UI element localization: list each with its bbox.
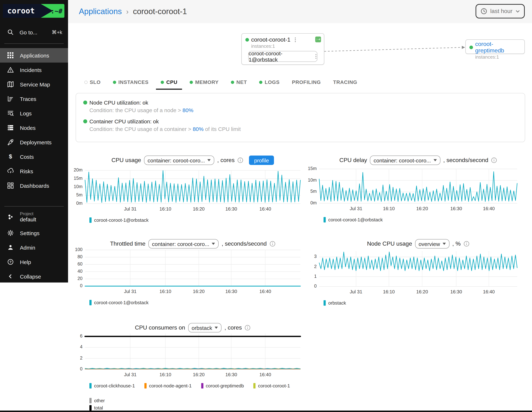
legend-item[interactable]: orbstack: [323, 300, 346, 306]
traces-icon: [7, 95, 14, 102]
info-icon[interactable]: [270, 241, 276, 247]
map-icon: [7, 81, 14, 87]
view-select[interactable]: overview: [415, 239, 449, 249]
project-hexagons-icon: [7, 214, 14, 220]
sidebar-divider: [4, 206, 64, 206]
breadcrumb-current: coroot-coroot-1: [133, 7, 187, 16]
dollar-icon: $: [7, 153, 14, 160]
tab-net[interactable]: NET: [226, 77, 252, 87]
tab-tracing[interactable]: TRACING: [328, 77, 362, 87]
sidebar-item-label: Deployments: [20, 139, 52, 145]
threshold-link[interactable]: 80%: [183, 107, 193, 113]
top-bar: Applications › coroot-coroot-1 last hour: [68, 0, 532, 23]
legend-item[interactable]: coroot-coroot-1: [253, 383, 290, 388]
footer-bar: [0, 411, 532, 412]
chart-title: CPU delay container: coroot-coro... , se…: [319, 156, 517, 165]
tab-profiling[interactable]: PROFILING: [287, 77, 325, 87]
sidebar-item-settings[interactable]: Settings: [0, 226, 68, 240]
sidebar-item-risks[interactable]: Risks: [0, 164, 68, 178]
info-icon[interactable]: [245, 325, 250, 331]
chart-legend: coroot-clickhouse-1 coroot-node-agent-1 …: [89, 383, 300, 403]
info-icon[interactable]: [491, 157, 497, 163]
sidebar-item-label: Nodes: [20, 125, 36, 131]
status-dot: [469, 46, 473, 49]
legend-item[interactable]: coroot-coroot-1@orbstack: [89, 300, 149, 305]
plot-area[interactable]: [85, 170, 300, 204]
info-icon[interactable]: [464, 241, 469, 247]
sidebar-item-label: Help: [20, 259, 31, 265]
caret-down-icon: [433, 159, 437, 161]
caret-down-icon: [207, 159, 211, 161]
profile-button[interactable]: profile: [249, 156, 274, 165]
sidebar-item-service-map[interactable]: Service Map: [0, 77, 68, 92]
page: coroot :~# Go to... ⌘+k Applications: [0, 0, 532, 412]
sidebar-item-collapse[interactable]: Collapse: [0, 269, 68, 284]
goto-search[interactable]: Go to... ⌘+k: [0, 25, 68, 39]
status-dot: [245, 38, 249, 42]
legend-item[interactable]: coroot-clickhouse-1: [89, 383, 135, 388]
sidebar-item-label: Settings: [20, 230, 39, 236]
chart-cpu-delay: CPU delay container: coroot-coro... , se…: [303, 156, 517, 223]
sidebar-item-logs[interactable]: Logs: [0, 106, 68, 121]
legend-item[interactable]: other: [89, 398, 105, 403]
upstream-card[interactable]: coroot-greptimedb instances:1: [466, 39, 525, 54]
upstream-name-link[interactable]: coroot-greptimedb: [475, 41, 521, 54]
check-title: Container CPU utilization: ok: [89, 118, 159, 124]
tab-logs[interactable]: LOGS: [255, 77, 285, 87]
caret-down-icon: [215, 327, 218, 329]
plot-area[interactable]: [85, 250, 300, 286]
sidebar-nav: Applications Incidents Service Map Trace…: [0, 48, 68, 193]
project-label: Project: [20, 211, 36, 216]
coroot-logo[interactable]: coroot :~#: [3, 4, 64, 18]
plot-area[interactable]: [85, 334, 300, 369]
sidebar-item-admin[interactable]: Admin: [0, 240, 68, 255]
main-content: Applications › coroot-coroot-1 last hour: [68, 0, 532, 412]
sidebar-item-label: Risks: [20, 168, 33, 174]
sidebar-item-label: Costs: [20, 154, 34, 160]
container-select[interactable]: container: coroot-coro...: [148, 239, 219, 249]
sidebar-item-dashboards[interactable]: Dashboards: [0, 178, 68, 193]
breadcrumb: Applications › coroot-coroot-1: [79, 0, 187, 23]
legend-item[interactable]: coroot-node-agent-1: [144, 383, 192, 388]
goto-label: Go to...: [19, 29, 46, 35]
time-range-picker[interactable]: last hour: [475, 4, 525, 19]
check-container-cpu: Container CPU utilization: ok Condition:…: [83, 118, 518, 132]
sidebar-item-nodes[interactable]: Nodes: [0, 121, 68, 135]
plot-area[interactable]: [319, 251, 517, 287]
tab-status-dot: [161, 81, 164, 84]
application-card: coroot-coroot-1 :~# instances:1 coroot-c…: [241, 33, 324, 65]
info-icon[interactable]: [238, 157, 243, 163]
tab-memory[interactable]: MEMORY: [185, 77, 223, 87]
check-status-dot: [83, 119, 87, 123]
sidebar-item-applications[interactable]: Applications: [0, 48, 68, 63]
tab-slo[interactable]: SLO: [80, 77, 105, 87]
node-select[interactable]: orbstack: [188, 323, 221, 332]
breadcrumb-applications-link[interactable]: Applications: [79, 7, 122, 16]
tab-instances[interactable]: INSTANCES: [108, 77, 153, 87]
container-select[interactable]: container: coroot-coro...: [370, 156, 440, 165]
chart-title: Node CPU usage overview , %: [319, 239, 517, 249]
sidebar-item-help[interactable]: ? Help: [0, 255, 68, 269]
legend-item[interactable]: total: [89, 405, 103, 411]
tab-cpu[interactable]: CPU: [156, 77, 182, 87]
chart-legend: coroot-coroot-1@orbstack: [89, 217, 300, 223]
kebab-menu-icon[interactable]: [315, 54, 317, 59]
sidebar-item-deployments[interactable]: Deployments: [0, 135, 68, 150]
instance-item[interactable]: coroot-coroot-1@orbstack: [248, 51, 317, 62]
chart-cpu-usage: CPU usage container: coroot-coro... , co…: [69, 156, 300, 223]
sidebar-item-incidents[interactable]: Incidents: [0, 63, 68, 77]
plot-area[interactable]: [319, 169, 517, 203]
breadcrumb-chevron-icon: ›: [126, 7, 128, 16]
sidebar-item-label: Incidents: [20, 67, 42, 73]
legend-item[interactable]: coroot-coroot-1@orbstack: [89, 217, 149, 223]
sidebar-project-switcher[interactable]: Project default: [0, 209, 68, 225]
instances-count: instances:1: [475, 54, 521, 60]
legend-item[interactable]: coroot-greptimedb: [201, 383, 244, 388]
container-select[interactable]: container: coroot-coro...: [144, 156, 214, 165]
sidebar-item-costs[interactable]: $ Costs: [0, 150, 68, 164]
threshold-link[interactable]: 80%: [193, 126, 204, 132]
kebab-menu-icon[interactable]: [294, 37, 296, 43]
caret-down-icon: [443, 243, 446, 245]
legend-item[interactable]: coroot-coroot-1@orbstack: [323, 217, 383, 223]
sidebar-item-traces[interactable]: Traces: [0, 92, 68, 106]
